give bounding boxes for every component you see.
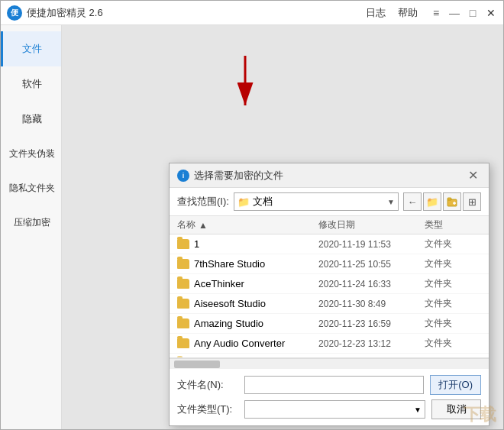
folder-icon (177, 318, 189, 328)
svg-rect-3 (447, 198, 451, 200)
scrollbar-thumb[interactable] (174, 360, 220, 368)
menu-bar: 日志 帮助 (366, 6, 418, 20)
maximize-button[interactable]: □ (467, 7, 479, 19)
menu-log[interactable]: 日志 (366, 6, 386, 20)
view-button[interactable]: ⊞ (463, 192, 481, 211)
up-folder-button[interactable]: 📁 (423, 192, 441, 211)
window-controls: ≡ — □ ✕ (430, 7, 497, 19)
file-dialog: i 选择需要加密的文件 ✕ 查找范围(I): 📁 文档 ▼ (169, 163, 489, 426)
filetype-label: 文件类型(T): (177, 403, 238, 416)
sidebar-item-hidden[interactable]: 隐藏 (1, 102, 61, 137)
title-bar: 便 便捷加密精灵 2.6 日志 帮助 ≡ — □ ✕ (1, 1, 503, 25)
dialog-close-button[interactable]: ✕ (465, 168, 481, 183)
table-row[interactable]: 7thShare Studio 2020-11-25 10:55 文件夹 (170, 254, 489, 274)
dialog-bottom: 文件名(N): 打开(O) 文件类型(T): ▼ 取消 (170, 369, 489, 425)
main-content: 文件 软件 隐藏 文件夹伪装 隐私文件夹 压缩加密 (1, 25, 503, 429)
table-row[interactable]: Aiseesoft Studio 2020-11-30 8:49 文件夹 (170, 294, 489, 314)
col-name-header[interactable]: 名称 ▲ (177, 218, 318, 231)
filename-label: 文件名(N): (177, 378, 238, 392)
back-button[interactable]: ← (403, 192, 422, 211)
dialog-title-bar: i 选择需要加密的文件 ✕ (170, 163, 489, 188)
filename-input[interactable] (244, 376, 424, 394)
folder-icon (177, 338, 189, 348)
filetype-dropdown-arrow: ▼ (414, 406, 422, 414)
dialog-overlay: i 选择需要加密的文件 ✕ 查找范围(I): 📁 文档 ▼ (62, 25, 503, 429)
dialog-icon: i (177, 170, 189, 182)
folder-icon (177, 239, 189, 249)
sidebar-item-files[interactable]: 文件 (1, 31, 61, 66)
filename-row: 文件名(N): 打开(O) (177, 375, 481, 395)
folder-icon (177, 259, 189, 269)
menu-help[interactable]: 帮助 (398, 6, 418, 20)
table-row[interactable]: Amazing Studio 2020-11-23 16:59 文件夹 (170, 314, 489, 334)
sidebar-item-private-folder[interactable]: 隐私文件夹 (1, 171, 61, 205)
toolbar-buttons: ← 📁 ⊞ (403, 192, 481, 211)
dialog-toolbar: 查找范围(I): 📁 文档 ▼ ← 📁 (170, 188, 489, 216)
scrollbar-horizontal[interactable] (170, 358, 489, 369)
minimize-button[interactable]: — (448, 7, 460, 19)
location-dropdown-arrow: ▼ (387, 198, 395, 206)
folder-icon (177, 299, 189, 309)
table-row[interactable]: 1 2020-11-19 11:53 文件夹 (170, 234, 489, 254)
col-type-header: 类型 (425, 218, 481, 231)
app-icon: 便 (7, 5, 22, 21)
sidebar: 文件 软件 隐藏 文件夹伪装 隐私文件夹 压缩加密 (1, 25, 62, 429)
dialog-title: 选择需要加密的文件 (194, 169, 465, 183)
watermark: 下载 (464, 403, 496, 426)
new-folder-button[interactable] (443, 192, 461, 211)
app-title: 便捷加密精灵 2.6 (27, 6, 366, 20)
folder-icon (177, 279, 189, 289)
location-select[interactable]: 📁 文档 ▼ (234, 192, 399, 211)
filetype-row: 文件类型(T): ▼ 取消 (177, 399, 481, 419)
file-list[interactable]: 1 2020-11-19 11:53 文件夹 7thShare Studio (170, 234, 489, 358)
location-label: 查找范围(I): (177, 195, 229, 209)
table-row[interactable]: AceThinker 2020-11-24 16:33 文件夹 (170, 274, 489, 294)
col-date-header: 修改日期 (318, 218, 425, 231)
app-window: 便 便捷加密精灵 2.6 日志 帮助 ≡ — □ ✕ 文件 软件 隐藏 (0, 0, 504, 430)
settings-button[interactable]: ≡ (430, 7, 442, 19)
sidebar-item-software[interactable]: 软件 (1, 66, 61, 102)
close-button[interactable]: ✕ (485, 7, 497, 19)
location-text: 文档 (253, 195, 387, 209)
file-list-header: 名称 ▲ 修改日期 类型 (170, 216, 489, 234)
table-row[interactable]: Any Audio Converter 2020-12-23 13:12 文件夹 (170, 334, 489, 354)
sidebar-item-folder-disguise[interactable]: 文件夹伪装 (1, 137, 61, 171)
content-area: 点击添加需要加密的文件(支持拖放操作) i 选择需要加密的文件 ✕ 查找 (62, 25, 503, 429)
open-button[interactable]: 打开(O) (430, 375, 481, 395)
filetype-select[interactable]: ▼ (244, 400, 425, 419)
sidebar-item-compress-encrypt[interactable]: 压缩加密 (1, 205, 61, 240)
location-folder-icon: 📁 (237, 196, 250, 208)
file-list-wrapper: 名称 ▲ 修改日期 类型 (170, 216, 489, 369)
